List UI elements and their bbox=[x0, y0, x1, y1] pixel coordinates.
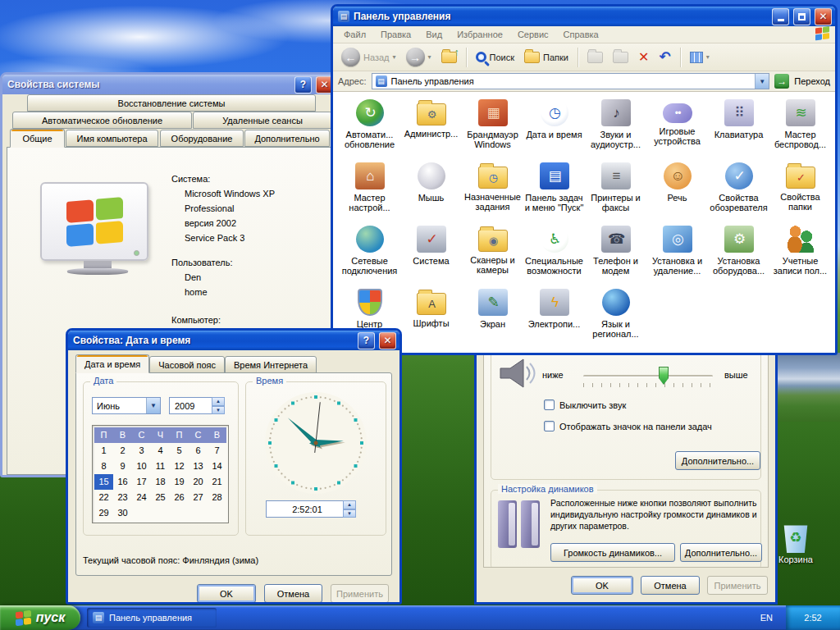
cp-item-regional-language[interactable]: Язык ирегионал... bbox=[585, 289, 646, 352]
folders-button[interactable]: Папки bbox=[521, 50, 572, 65]
up-button[interactable]: ↑ bbox=[438, 50, 460, 65]
calendar-day[interactable]: 12 bbox=[170, 459, 189, 474]
tab-internet-time[interactable]: Время Интернета bbox=[225, 356, 317, 373]
time-down-icon[interactable]: ▼ bbox=[343, 509, 356, 518]
time-spinner[interactable]: 2:52:01 ▲▼ bbox=[266, 500, 356, 518]
cp-item-speech[interactable]: ☺Речь bbox=[646, 162, 708, 226]
cp-item-printers-faxes[interactable]: ≡Принтеры ифаксы bbox=[585, 162, 646, 226]
tab-advanced[interactable]: Дополнительно bbox=[244, 130, 330, 147]
calendar-day[interactable]: 9 bbox=[113, 459, 132, 474]
undo-button[interactable]: ↶ bbox=[655, 50, 673, 65]
system-tray-clock[interactable]: 2:52 bbox=[786, 605, 840, 630]
ok-button[interactable]: OK bbox=[197, 584, 256, 603]
delete-button[interactable]: ✕ bbox=[635, 48, 652, 66]
control-panel-titlebar[interactable]: ▤ Панель управления ✕ bbox=[333, 7, 835, 26]
move-to-button[interactable] bbox=[584, 50, 606, 65]
menu-Избранное[interactable]: Избранное bbox=[450, 28, 510, 41]
calendar-day[interactable]: 19 bbox=[170, 474, 189, 490]
apply-button[interactable]: Применить bbox=[331, 584, 389, 603]
tab-general[interactable]: Общие bbox=[10, 129, 65, 148]
calendar-day[interactable]: 26 bbox=[170, 490, 189, 505]
back-button[interactable]: ← Назад ▾ bbox=[338, 46, 399, 68]
cp-item-network-connections[interactable]: Сетевыеподключения bbox=[339, 226, 400, 289]
calendar-day[interactable] bbox=[132, 505, 151, 521]
calendar-day[interactable]: 30 bbox=[113, 505, 132, 521]
calendar-day[interactable]: 14 bbox=[208, 459, 226, 474]
cp-item-administrative-tools[interactable]: ⚙Администр... bbox=[400, 99, 462, 162]
calendar-day[interactable]: 21 bbox=[208, 474, 226, 490]
month-select[interactable]: Июнь ▼ bbox=[92, 397, 161, 414]
tab-hardware[interactable]: Оборудование bbox=[160, 130, 244, 147]
system-properties-titlebar[interactable]: Свойства системы ? ✕ bbox=[2, 75, 336, 94]
taskbar-task-control-panel[interactable]: ▤ Панель управления bbox=[87, 608, 217, 628]
cancel-button[interactable]: Отмена bbox=[641, 576, 700, 595]
menu-Файл[interactable]: Файл bbox=[336, 28, 373, 41]
calendar-day[interactable]: 3 bbox=[132, 443, 151, 459]
cp-item-add-remove-programs[interactable]: ◎Установка иудаление... bbox=[646, 226, 708, 289]
calendar-day[interactable]: 29 bbox=[94, 505, 113, 521]
tab-automatic-updates[interactable]: Автоматическое обновление bbox=[12, 112, 192, 129]
calendar-day[interactable]: 2 bbox=[113, 443, 132, 459]
calendar-day[interactable] bbox=[189, 505, 208, 521]
cp-item-wireless-wizard[interactable]: ≋Мастербеспровод... bbox=[769, 99, 831, 162]
forward-button[interactable]: → ▾ bbox=[403, 46, 435, 68]
cp-item-mouse[interactable]: Мышь bbox=[400, 162, 462, 226]
go-icon[interactable]: → bbox=[774, 74, 789, 89]
calendar-day[interactable]: 17 bbox=[132, 474, 151, 490]
calendar-day[interactable]: 6 bbox=[189, 443, 208, 459]
cp-item-keyboard[interactable]: ⠿Клавиатура bbox=[708, 99, 769, 162]
calendar-day[interactable]: 24 bbox=[132, 490, 151, 505]
cp-item-automatic-updates[interactable]: ↻Автомати...обновление bbox=[339, 99, 400, 162]
menu-Правка[interactable]: Правка bbox=[373, 28, 418, 41]
advanced-speaker-button[interactable]: Дополнительно... bbox=[680, 543, 762, 562]
tab-time-zone[interactable]: Часовой пояс bbox=[149, 356, 225, 373]
speaker-volume-button[interactable]: Громкость динамиков... bbox=[550, 543, 675, 562]
menu-Справка[interactable]: Справка bbox=[556, 28, 606, 41]
year-up-icon[interactable]: ▲ bbox=[212, 397, 225, 406]
cp-item-internet-options[interactable]: ✓Свойстваобозревателя bbox=[708, 162, 769, 226]
calendar-day[interactable]: 20 bbox=[189, 474, 208, 490]
maximize-button[interactable] bbox=[793, 8, 810, 25]
tab-system-restore[interactable]: Восстановление системы bbox=[27, 94, 316, 112]
calendar-day[interactable]: 28 bbox=[208, 490, 226, 505]
calendar-day[interactable] bbox=[151, 505, 170, 521]
cp-item-fonts[interactable]: AШрифты bbox=[400, 289, 462, 352]
cp-item-date-time[interactable]: ◷Дата и время bbox=[523, 99, 585, 162]
language-indicator[interactable]: EN bbox=[754, 605, 779, 630]
menu-Сервис[interactable]: Сервис bbox=[510, 28, 556, 41]
calendar-day[interactable]: 11 bbox=[151, 459, 170, 474]
cp-item-phone-modem[interactable]: ☎Телефон имодем bbox=[585, 226, 646, 289]
calendar-day[interactable]: 10 bbox=[132, 459, 151, 474]
volume-slider-thumb[interactable] bbox=[659, 367, 669, 385]
search-button[interactable]: Поиск bbox=[472, 50, 518, 64]
cp-item-user-accounts[interactable]: Учетныезаписи пол... bbox=[769, 226, 831, 289]
ok-button[interactable]: OK bbox=[571, 576, 633, 595]
calendar-day[interactable]: 23 bbox=[113, 490, 132, 505]
close-button[interactable]: ✕ bbox=[379, 332, 396, 349]
time-up-icon[interactable]: ▲ bbox=[343, 500, 356, 509]
year-down-icon[interactable]: ▼ bbox=[212, 406, 225, 415]
calendar-day[interactable] bbox=[208, 505, 226, 521]
close-button[interactable]: ✕ bbox=[815, 8, 832, 25]
views-button[interactable]: ▾ bbox=[687, 50, 713, 65]
tab-date-time[interactable]: Дата и время bbox=[75, 354, 149, 373]
calendar-day[interactable]: 1 bbox=[94, 443, 113, 459]
tab-computer-name[interactable]: Имя компьютера bbox=[66, 130, 158, 147]
calendar-day[interactable]: 13 bbox=[189, 459, 208, 474]
cp-item-add-hardware[interactable]: ⚙Установкаоборудова... bbox=[708, 226, 769, 289]
cp-item-power-options[interactable]: ϟЭлектропи... bbox=[523, 289, 585, 352]
calendar-day[interactable]: 27 bbox=[189, 490, 208, 505]
cancel-button[interactable]: Отмена bbox=[264, 584, 322, 603]
advanced-volume-button[interactable]: Дополнительно... bbox=[675, 451, 760, 470]
help-button[interactable]: ? bbox=[358, 332, 375, 349]
calendar-day[interactable]: 8 bbox=[94, 459, 113, 474]
volume-slider-track[interactable] bbox=[583, 375, 713, 377]
cp-item-scheduled-tasks[interactable]: ◷Назначенныезадания bbox=[462, 162, 523, 226]
calendar-day[interactable]: 22 bbox=[94, 490, 113, 505]
calendar-day[interactable]: 25 bbox=[151, 490, 170, 505]
cp-item-windows-firewall[interactable]: ▦БрандмауэрWindows bbox=[462, 99, 523, 162]
address-combo[interactable]: ▤ Панель управления ▼ bbox=[372, 73, 770, 89]
cp-item-folder-options[interactable]: ✓Свойствапапки bbox=[769, 162, 831, 226]
copy-to-button[interactable] bbox=[609, 50, 632, 65]
apply-button[interactable]: Применить bbox=[707, 576, 768, 595]
